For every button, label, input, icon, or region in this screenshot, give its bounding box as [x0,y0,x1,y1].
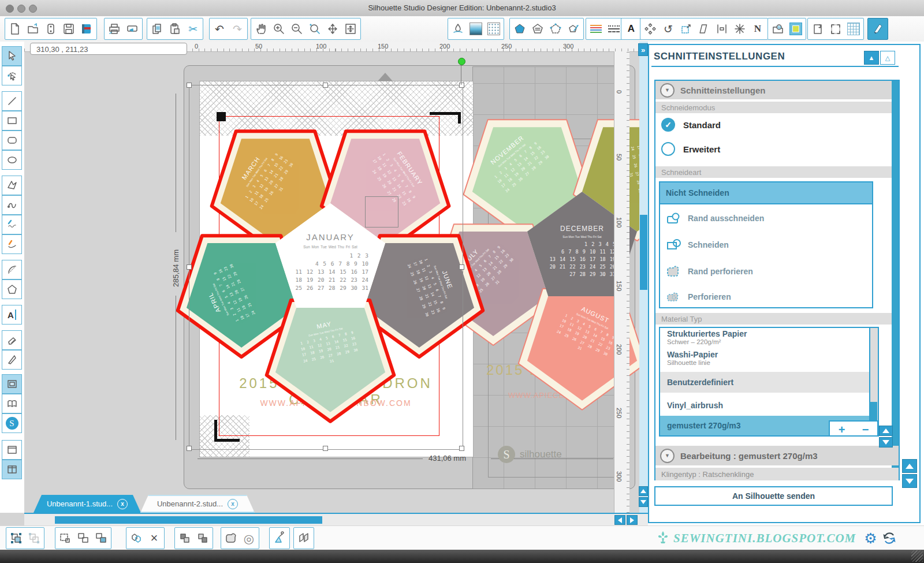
draw-rounded-rectangle-tool[interactable] [2,131,22,150]
undo-icon[interactable]: ↶ [211,21,228,37]
draw-polygon-tool[interactable] [2,176,22,195]
point-edit-tool[interactable] [2,66,22,85]
radio-standard[interactable]: ✓ Standard [661,118,721,132]
replicate-icon[interactable]: N [750,21,766,37]
selection-handle[interactable] [459,264,464,270]
zoom-in-icon[interactable] [271,21,287,37]
expand-panel-button[interactable]: » [638,43,648,56]
page-setup-icon[interactable] [810,21,826,37]
pan-icon[interactable] [253,21,269,37]
weld-icon[interactable] [128,530,144,546]
fit-to-page-icon[interactable] [342,21,359,37]
design-canvas[interactable]: 2015 DODECAHEDRO WWW.APIECEOFRAINB 2015 … [24,42,648,513]
selection-handle[interactable] [459,83,464,88]
line-style-icon[interactable] [530,21,546,37]
paste-icon[interactable] [167,21,183,37]
material-item[interactable]: Vinyl_airbrush [660,396,868,415]
horizontal-scrollbar-track[interactable] [24,513,648,525]
selection-handle[interactable] [323,83,328,88]
draw-line-tool[interactable] [2,91,22,111]
collapse-section-icon[interactable]: ▼ [660,83,675,98]
store-button[interactable]: S [2,413,22,433]
shear-icon[interactable] [696,21,712,37]
knife-tool[interactable] [2,350,22,370]
cut-style-perforieren[interactable]: Perforieren [660,285,872,308]
send-to-silhouette-button[interactable]: An Silhouette senden [654,486,893,506]
vertical-scrollbar-thumb[interactable] [640,215,647,290]
fill-color-icon[interactable] [450,21,466,37]
draw-arc-tool[interactable] [2,260,22,279]
concentric-offset-icon[interactable]: ◎ [241,530,257,546]
sync-icon[interactable] [882,531,897,546]
pattern-fill-icon[interactable] [486,21,502,37]
ungroup-icon[interactable] [26,530,42,546]
gear-icon[interactable]: ⚙ [864,530,877,547]
rotate-icon[interactable]: ↺ [660,21,676,37]
design-page-view-button[interactable] [2,374,22,394]
material-scroll-down-button[interactable] [879,437,893,448]
draw-ellipse-tool[interactable] [2,150,22,170]
scroll-left-button[interactable] [614,515,625,525]
modify-icon[interactable]: M [770,21,786,37]
line-color-icon[interactable] [512,21,528,37]
compound-path-options-icon[interactable] [93,530,109,546]
cut-style-rand-ausschneiden[interactable]: Rand ausschneiden [660,206,872,231]
collapse-section-icon[interactable]: ▼ [660,449,675,463]
add-material-button[interactable]: + [839,423,845,437]
cut-style-rand-perforieren[interactable]: Rand perforieren [660,259,872,284]
zoom-out-icon[interactable] [289,21,305,37]
panel-scroll-up-button[interactable] [902,459,917,473]
gradient-fill-icon[interactable] [468,21,484,37]
save-to-library-icon[interactable] [79,21,95,37]
library-button[interactable] [2,394,22,413]
release-compound-path-icon[interactable] [75,530,91,546]
cut-settings-icon[interactable] [870,21,886,37]
scale-icon[interactable] [678,21,694,37]
blog-link[interactable]: SEWINGTINI.BLOGSPOT.COM [673,531,856,546]
zoom-selection-icon[interactable] [307,21,323,37]
horizontal-scrollbar-thumb[interactable] [55,516,322,524]
print-icon[interactable] [106,21,122,37]
draw-regular-polygon-tool[interactable] [2,279,22,299]
point-editing-icon[interactable] [547,21,564,37]
make-compound-path-icon[interactable] [57,530,73,546]
delete-icon[interactable]: × [146,530,162,546]
resize-grip[interactable] [911,550,923,562]
single-view-button[interactable] [2,440,22,460]
save-icon[interactable] [61,21,77,37]
rotation-handle[interactable] [458,58,465,65]
material-item[interactable]: Washi-PapierSilhouette linie [660,350,868,366]
sketch-pen-icon[interactable] [565,21,582,37]
close-tab-icon[interactable]: x [228,499,238,509]
selection-handle[interactable] [459,446,464,451]
smooth-freehand-tool[interactable] [2,234,22,254]
material-item[interactable]: Strukturiertes PapierSchwer – 220g/m² [660,329,868,345]
selection-handle[interactable] [187,83,192,88]
selection-handle[interactable] [323,446,328,451]
redo-icon[interactable]: ↷ [229,21,245,37]
cut-style-nicht-schneiden[interactable]: Nicht Schneiden [660,182,872,204]
new-document-icon[interactable] [7,21,23,37]
remove-material-button[interactable]: − [862,423,869,437]
send-to-cutter-icon[interactable] [124,21,140,37]
copy-icon[interactable] [149,21,165,37]
registration-marks-icon[interactable] [828,21,844,37]
save-sheet-icon[interactable] [43,21,59,37]
grid-settings-icon[interactable] [845,21,862,37]
bring-forward-icon[interactable] [177,530,193,546]
offset-icon[interactable] [223,530,239,546]
material-scroll-up-button[interactable] [879,426,893,436]
section-header-cut-settings[interactable]: ▼ Schnitteinstellungen [655,81,892,99]
radio-erweitert[interactable]: Erweitert [661,142,720,156]
material-item[interactable]: Benutzerdefiniert [660,372,869,393]
line-dash-styles-icon[interactable] [606,21,622,37]
eraser-tool[interactable] [2,330,22,350]
split-view-button[interactable] [2,460,22,479]
send-backward-icon[interactable] [195,530,211,546]
scroll-down-button[interactable] [639,497,648,507]
panel-scroll-down-button[interactable] [902,474,917,488]
selection-handle[interactable] [187,264,192,270]
group-icon[interactable] [8,530,24,546]
cut-style-schneiden[interactable]: Schneiden [660,232,872,258]
panel-scroll-strip[interactable] [892,81,899,479]
